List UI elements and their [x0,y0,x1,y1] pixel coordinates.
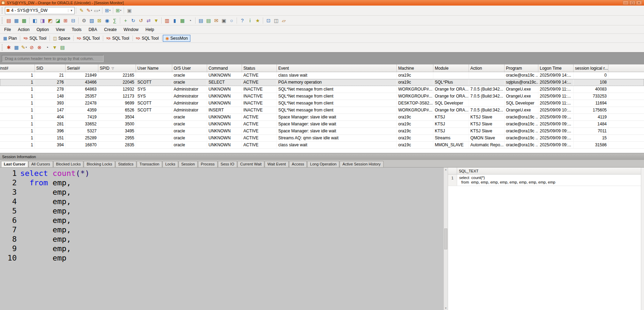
column-header-inst[interactable]: Inst# [0,64,35,72]
column-header-command[interactable]: Command [207,64,242,72]
connection-combobox[interactable]: 4 - SYS@YYS_DW ▼ [5,7,75,14]
group-by-band[interactable]: Drag a column header here to group by th… [0,52,644,64]
info-icon[interactable]: i [246,17,254,24]
copy-grid-icon[interactable]: ▦ [13,44,20,51]
session-row[interactable]: 12786486312932SYSAdministratorUNKNOWNINA… [0,86,644,93]
column-header-program[interactable]: Program [505,64,538,72]
undo-icon[interactable]: ↺ [137,17,145,24]
menu-window[interactable]: Window [120,25,142,33]
edit-pencil-icon[interactable]: ✎ [78,7,85,14]
menu-create[interactable]: Create [101,25,120,33]
menu-tools[interactable]: Tools [68,25,85,33]
module-sql-tool[interactable]: SQLSQL Tool [74,35,102,42]
report-icon[interactable]: ▥ [163,17,171,24]
column-header-action[interactable]: Action [469,64,505,72]
tab-transaction[interactable]: Transaction [137,161,162,167]
settings-gear-icon[interactable]: ⚙ [80,17,88,24]
tab-active-session-history[interactable]: Active Session History [340,161,383,167]
sequence-icon[interactable]: ⊟ [69,17,77,24]
menu-help[interactable]: Help [142,25,158,33]
tab-long-operation[interactable]: Long Operation [307,161,339,167]
tab-locks[interactable]: Locks [162,161,178,167]
filter-icon[interactable]: ▼ [152,17,160,24]
column-header-session-logical-r[interactable]: session logical r... [574,64,608,72]
session-row[interactable]: 11482535712173SYSAdministratorUNKNOWNINA… [0,93,644,100]
column-header-spid[interactable]: SPID▽ [98,64,136,72]
view-info-icon[interactable]: ◨ [39,17,46,24]
help-icon[interactable]: ? [238,17,246,24]
module-space[interactable]: ◫Space [51,35,73,42]
schema-browser-icon[interactable]: ▦ [13,17,20,24]
session-row[interactable]: 1281336523500oracleUNKNOWNACTIVESpace Ma… [0,121,644,128]
edit-pencil-alt-icon[interactable]: ✎▾ [85,7,93,14]
doc-export-icon[interactable]: ▤ [197,17,205,24]
session-monitor-icon[interactable]: ◉ [103,17,111,24]
menu-dba[interactable]: DBA [85,25,101,33]
toolbar-grip[interactable] [2,44,3,51]
doc-import-icon[interactable]: ▤ [205,17,212,24]
mail-icon[interactable]: ✉ [212,17,220,24]
module-sessmon[interactable]: ◉SessMon [163,35,190,42]
favorite-star-icon[interactable]: ★ [254,17,262,24]
module-sql-tool[interactable]: SQLSQL Tool [104,35,132,42]
panel-vscrollbar[interactable] [641,168,644,310]
stop-refresh-icon[interactable]: ⊗ [36,44,43,51]
column-header-module[interactable]: Module [433,64,469,72]
swap-icon[interactable]: ⇄ [145,17,152,24]
clock-icon[interactable]: ◔ [186,17,194,24]
module-sql-tool[interactable]: SQLSQL Tool [21,35,49,42]
tab-last-cursor[interactable]: Last Cursor [1,161,28,167]
column-header-event[interactable]: Event [277,64,397,72]
add-icon[interactable]: + [122,17,129,24]
tab-statistics[interactable]: Statistics [115,161,136,167]
session-row[interactable]: 12764346622045SCOTToracleSELECTACTIVEPGA… [0,79,644,86]
close-button[interactable]: × [636,1,642,5]
chart-bar-icon[interactable]: ▮ [171,17,179,24]
layout-grid-alt-icon[interactable]: ⊞▾ [115,7,122,14]
column-header-user-name[interactable]: User Name [136,64,172,72]
session-row[interactable]: 1212184922165oracleUNKNOWNACTIVEclass sl… [0,72,644,79]
pin-layout-icon[interactable]: ▣ [126,7,133,14]
tab-process[interactable]: Process [198,161,218,167]
interval-clock-icon[interactable]: ◔ [43,44,51,51]
monitor-chart-icon[interactable]: ▧ [88,17,96,24]
lock-monitor-icon[interactable]: ⊠ [96,17,103,24]
scrollbar-thumb[interactable] [444,228,447,249]
tab-current-wait[interactable]: Current Wait [237,161,264,167]
window-split-icon[interactable]: ◫ [272,17,280,24]
window-grid-icon[interactable]: ⊡ [265,17,272,24]
session-row[interactable]: 139653273495oracleUNKNOWNACTIVESpace Man… [0,128,644,135]
module-plan[interactable]: ▦Plan [1,35,19,42]
new-sql-icon[interactable]: ▤ [5,17,13,24]
procedure-icon[interactable]: ◩ [46,17,54,24]
tab-session[interactable]: Session [179,161,198,167]
menu-file[interactable]: File [1,25,14,33]
toolbar-grip[interactable] [2,17,3,24]
session-row[interactable]: 1151252892955oracleUNKNOWNACTIVEStreams … [0,135,644,142]
kill-session-icon[interactable]: ⊘ [28,44,36,51]
editor-vscrollbar[interactable]: ▲ ▼ [444,168,448,310]
tab-access[interactable]: Access [289,161,307,167]
scroll-down-icon[interactable]: ▼ [445,307,447,309]
scroll-up-icon[interactable]: ▲ [445,168,447,171]
minimize-button[interactable]: — [623,1,629,5]
calendar-icon[interactable]: ▦ [179,17,186,24]
stats-sigma-icon[interactable]: ∑ [111,17,119,24]
refresh-icon[interactable]: ↻ [129,17,137,24]
column-header-serial[interactable]: Serial# [66,64,98,72]
tab-wait-event[interactable]: Wait Event [265,161,289,167]
column-header-sid[interactable]: SID [35,64,66,72]
menu-view[interactable]: View [52,25,68,33]
sql-text-column-header[interactable]: SQL_TEXT [457,168,641,174]
layout-grid-icon[interactable]: ⊞▾ [104,7,112,14]
session-row[interactable]: 1394168702835oracleUNKNOWNACTIVEclass sl… [0,142,644,149]
session-row[interactable]: 140474193504oracleUNKNOWNACTIVESpace Man… [0,114,644,121]
tab-blocked-locks[interactable]: Blocked Locks [53,161,84,167]
tab-blocking-locks[interactable]: Blocking Locks [84,161,115,167]
module-sql-tool[interactable]: SQLSQL Tool [134,35,161,42]
menu-action[interactable]: Action [14,25,33,33]
menu-option[interactable]: Option [33,25,52,33]
table-info-icon[interactable]: ◧ [31,17,39,24]
column-header-logon-time[interactable]: Logon Time [538,64,574,72]
filter-funnel-icon[interactable]: ▼ [51,44,59,51]
